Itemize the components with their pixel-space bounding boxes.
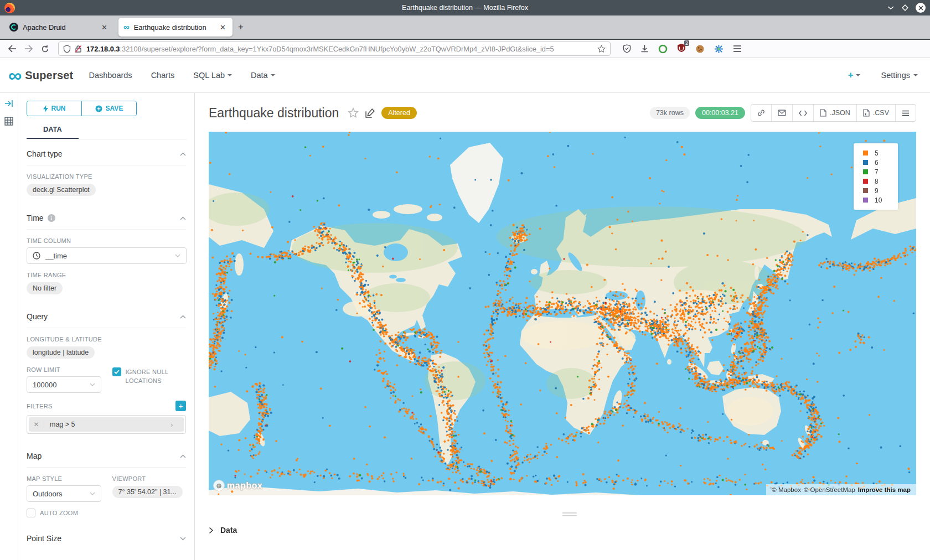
close-icon[interactable] [916,3,926,13]
section-chart-type[interactable]: Chart type [27,139,186,165]
chevron-up-icon [180,454,186,458]
nav-item-charts[interactable]: Charts [151,71,175,80]
row-limit-label: ROW LIMIT [27,366,101,373]
settings-menu[interactable]: Settings [881,71,918,80]
section-point-size[interactable]: Point Size [27,524,186,549]
edit-pencil-icon[interactable] [365,108,375,118]
viewport-value[interactable]: 7° 35' 54.02" | 31... [112,486,183,498]
nav-item-dashboards[interactable]: Dashboards [89,71,132,80]
panel-resize-handle[interactable] [562,512,577,516]
filters-container: ✕ mag > 5 › [27,415,186,434]
chevron-right-icon[interactable]: › [170,421,184,429]
ignore-null-checkbox-row[interactable]: IGNORE NULL LOCATIONS [112,367,187,385]
tab-close-icon[interactable]: ✕ [100,23,109,32]
pinwheel-extension-icon[interactable] [714,44,724,54]
tab-label: Apache Druid [23,23,95,32]
run-button[interactable]: RUN [27,101,81,116]
export-csv-button[interactable]: .CSV [856,105,895,121]
chevron-up-icon [180,315,186,319]
legend-entry[interactable]: 9 [863,186,898,195]
url-text[interactable]: 172.18.0.3:32108/superset/explore/?form_… [86,45,597,53]
extension-green-icon[interactable] [658,44,668,54]
tab-strip: Apache Druid ✕ ∞ Earthquake distribution… [0,15,930,39]
plus-circle-icon [95,105,102,112]
legend-entry[interactable]: 6 [863,158,898,167]
maximize-icon[interactable] [902,4,908,11]
legend-entry[interactable]: 5 [863,148,898,158]
section-time[interactable]: Timei [27,204,186,230]
legend-entry[interactable]: 7 [863,167,898,177]
datasource-grid-icon[interactable] [4,117,13,126]
save-button[interactable]: SAVE [81,101,136,116]
auto-zoom-label: AUTO ZOOM [40,509,78,517]
viz-type-value[interactable]: deck.gl Scatterplot [27,184,96,196]
chart-menu-button[interactable] [895,105,916,121]
embed-code-button[interactable] [792,105,813,121]
row-limit-select[interactable]: 100000 [27,376,101,393]
export-json-button[interactable]: .JSON [813,105,856,121]
forward-icon[interactable] [24,45,33,53]
time-column-select[interactable]: __time [27,247,187,264]
mapbox-attribution-link[interactable]: © Mapbox [772,486,801,493]
tracking-shield-icon[interactable] [63,45,71,53]
run-label: RUN [51,105,66,112]
tab-data[interactable]: DATA [27,122,79,139]
checkbox-checked-icon[interactable] [112,367,121,376]
osm-attribution-link[interactable]: © OpenStreetMap [804,486,855,493]
nav-item-label: SQL Lab [193,71,225,80]
expand-dataset-panel-icon[interactable] [4,100,13,107]
superset-brand[interactable]: ∞ Superset [8,67,73,84]
email-button[interactable] [771,105,792,121]
chevron-down-icon [856,74,860,76]
tab-apache-druid[interactable]: Apache Druid ✕ [4,18,114,37]
section-query[interactable]: Query [27,302,186,328]
legend-entry[interactable]: 8 [863,177,898,186]
insecure-lock-icon[interactable] [75,45,82,53]
nav-item-sql-lab[interactable]: SQL Lab [193,71,232,80]
time-range-value[interactable]: No filter [27,282,63,294]
tab-earthquake-distribution[interactable]: ∞ Earthquake distribution ✕ [118,18,232,37]
back-icon[interactable] [8,45,17,53]
hamburger-menu-icon[interactable] [733,45,742,53]
reload-icon[interactable] [41,45,49,53]
file-icon [863,109,870,117]
main-menu: DashboardsChartsSQL LabData [89,71,275,80]
new-tab-button[interactable]: + [238,22,244,33]
chevron-up-icon [180,216,186,220]
mail-icon [778,110,786,116]
panel-tabs: DATA [27,122,187,139]
download-icon[interactable] [640,44,649,53]
lon-lat-value[interactable]: longitude | latitude [27,346,95,359]
data-results-collapse[interactable]: Data [209,526,237,535]
altered-badge: Altered [381,107,417,119]
auto-zoom-checkbox-row[interactable]: AUTO ZOOM [27,509,186,517]
legend-entry[interactable]: 10 [863,195,898,205]
cookie-icon[interactable] [695,44,705,54]
ublock-icon[interactable]: 2 [677,43,686,55]
browser-toolbar: 172.18.0.3:32108/superset/explore/?form_… [0,40,930,58]
clock-icon [33,252,40,260]
url-bar[interactable]: 172.18.0.3:32108/superset/explore/?form_… [58,42,611,56]
chevron-down-icon [228,74,232,76]
section-map[interactable]: Map [27,442,186,468]
bookmark-star-icon[interactable] [597,45,606,53]
favorite-star-icon[interactable] [348,107,359,118]
share-link-button[interactable] [751,105,771,121]
minimize-icon[interactable] [887,6,895,10]
filter-item[interactable]: ✕ mag > 5 › [29,417,184,432]
pocket-shield-icon[interactable] [623,44,631,53]
improve-map-link[interactable]: Improve this map [858,486,911,493]
tab-close-icon[interactable]: ✕ [218,23,228,32]
checkbox-unchecked-icon[interactable] [27,509,35,517]
deckgl-map[interactable]: 5678910 ⊕ mapbox © Mapbox © OpenStreetMa… [209,132,916,495]
map-style-select[interactable]: Outdoors [27,485,101,502]
mapbox-logo[interactable]: ⊕ mapbox [213,480,262,491]
nav-item-data[interactable]: Data [251,71,275,80]
add-filter-button[interactable]: + [175,401,186,411]
viz-type-label: VISUALIZATION TYPE [27,173,186,180]
remove-filter-icon[interactable]: ✕ [29,421,44,428]
superset-brand-name: Superset [25,69,73,82]
url-host: 172.18.0.3 [86,45,120,53]
new-item-button[interactable]: + [848,70,860,81]
chart-area: Earthquake distribution Altered 73k rows… [195,93,930,560]
